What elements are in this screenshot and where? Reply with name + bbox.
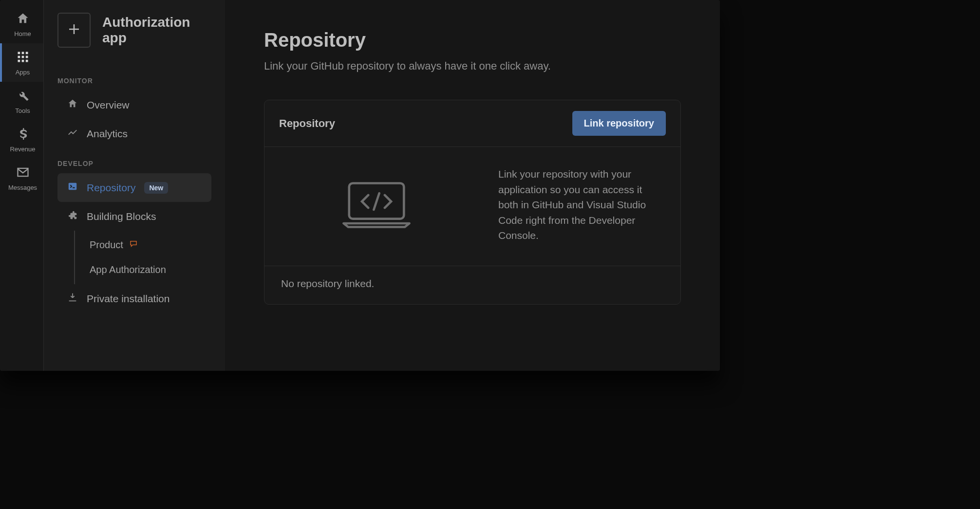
nav-private-installation-label: Private installation — [87, 293, 170, 305]
laptop-illustration — [284, 180, 469, 230]
rail-apps-label: Apps — [16, 69, 30, 76]
card-title: Repository — [279, 117, 335, 130]
rail-messages[interactable]: Messages — [0, 159, 43, 197]
page-title: Repository — [264, 29, 681, 51]
svg-rect-0 — [18, 52, 20, 55]
terminal-icon — [67, 181, 78, 194]
svg-rect-1 — [21, 52, 24, 55]
puzzle-icon — [67, 210, 78, 223]
main-content: Repository Link your GitHub repository t… — [225, 0, 720, 371]
svg-rect-3 — [18, 56, 20, 58]
card-body-text: Link your repository with your applicati… — [498, 166, 661, 243]
download-icon — [67, 292, 78, 305]
rail-revenue[interactable]: Revenue — [0, 120, 43, 159]
rail-apps[interactable]: Apps — [0, 43, 43, 82]
nav-overview-label: Overview — [87, 99, 130, 111]
nav-sub-group: Product App Authorization — [74, 231, 211, 284]
envelope-icon — [16, 165, 30, 181]
nav-overview[interactable]: Overview — [57, 91, 211, 119]
svg-rect-7 — [21, 60, 24, 62]
app-window: Home Apps Tools Revenue Messages — [0, 0, 720, 371]
dollar-icon — [16, 127, 30, 143]
card-footer: No repository linked. — [264, 266, 680, 304]
rail-tools[interactable]: Tools — [0, 82, 43, 120]
rail-revenue-label: Revenue — [10, 145, 35, 153]
repository-card: Repository Link repository Link your rep… — [264, 100, 681, 305]
app-header-row: Authorization app — [57, 13, 211, 48]
nav-analytics[interactable]: Analytics — [57, 119, 211, 148]
new-badge: New — [144, 182, 168, 194]
link-repository-button[interactable]: Link repository — [572, 111, 666, 136]
sidebar: Authorization app MONITOR Overview Analy… — [44, 0, 225, 371]
nav-app-authorization-label: App Authorization — [90, 264, 166, 275]
nav-app-authorization[interactable]: App Authorization — [75, 257, 211, 282]
svg-rect-2 — [25, 52, 28, 55]
svg-rect-8 — [25, 60, 28, 62]
rail-messages-label: Messages — [8, 184, 37, 191]
nav-rail: Home Apps Tools Revenue Messages — [0, 0, 44, 371]
home-icon — [67, 98, 78, 111]
nav-analytics-label: Analytics — [87, 128, 128, 140]
nav-repository-label: Repository — [87, 182, 135, 194]
nav-building-blocks[interactable]: Building Blocks — [57, 202, 211, 231]
nav-building-blocks-label: Building Blocks — [87, 211, 156, 222]
svg-rect-11 — [69, 183, 77, 190]
nav-product-label: Product — [90, 239, 123, 251]
svg-rect-5 — [25, 56, 28, 58]
rail-home[interactable]: Home — [0, 5, 43, 43]
laptop-code-icon — [340, 180, 413, 230]
nav-repository[interactable]: Repository New — [57, 173, 211, 202]
apps-grid-icon — [16, 50, 30, 66]
rail-tools-label: Tools — [15, 107, 30, 114]
nav-private-installation[interactable]: Private installation — [57, 284, 211, 313]
wrench-icon — [16, 89, 30, 104]
home-icon — [16, 12, 30, 27]
nav-product[interactable]: Product — [75, 233, 211, 257]
app-name: Authorization app — [102, 15, 211, 46]
page-subtitle: Link your GitHub repository to always ha… — [264, 60, 681, 73]
svg-rect-6 — [18, 60, 20, 62]
add-app-tile[interactable] — [57, 13, 91, 48]
plus-icon — [67, 22, 81, 38]
card-body: Link your repository with your applicati… — [264, 147, 680, 266]
svg-rect-4 — [21, 56, 24, 58]
rail-home-label: Home — [14, 30, 31, 37]
trend-icon — [67, 127, 78, 140]
card-header: Repository Link repository — [264, 100, 680, 147]
chat-bubble-icon — [129, 239, 138, 251]
section-monitor: MONITOR — [57, 77, 211, 85]
section-develop: DEVELOP — [57, 160, 211, 167]
